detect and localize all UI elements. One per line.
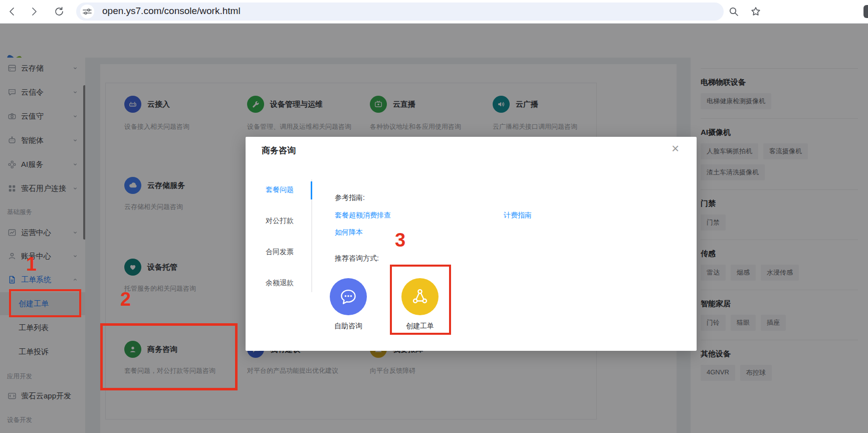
modal-title: 商务咨询	[262, 145, 296, 156]
annotation-step-3: 3	[395, 231, 405, 250]
active-tab-indicator	[311, 181, 312, 199]
modal-tab-套餐问题[interactable]: 套餐问题	[266, 185, 301, 194]
site-settings-icon[interactable]	[80, 5, 94, 19]
annotation-step-1: 1	[26, 255, 37, 274]
methods-label: 推荐咨询方式:	[335, 254, 379, 263]
back-icon[interactable]	[5, 5, 19, 19]
zoom-icon[interactable]	[727, 5, 741, 19]
guide-link-cost[interactable]: 如何降本	[335, 228, 363, 237]
url-text[interactable]: open.ys7.com/console/work.html	[102, 6, 241, 17]
annotation-box-create-ticket-menu	[9, 289, 81, 317]
guide-label: 参考指南:	[335, 193, 365, 202]
guide-link-overage[interactable]: 套餐超额消费排查	[335, 211, 391, 220]
annotation-box-create-ticket-method	[390, 265, 451, 335]
bookmark-star-icon[interactable]	[749, 5, 763, 19]
guide-link-billing[interactable]: 计费指南	[504, 211, 532, 220]
business-consult-modal: 商务咨询 × 套餐问题对公打款合同发票余额退款 参考指南: 套餐超额消费排查 计…	[246, 137, 697, 351]
annotation-step-2: 2	[120, 290, 131, 309]
modal-tab-余额退款[interactable]: 余额退款	[266, 279, 301, 288]
method-label-自助咨询[interactable]: 自助咨询	[318, 322, 378, 331]
modal-tab-合同发票[interactable]: 合同发票	[266, 248, 301, 257]
modal-tab-对公打款[interactable]: 对公打款	[266, 216, 301, 226]
method-chat-dots-button[interactable]	[330, 278, 367, 315]
close-icon[interactable]: ×	[672, 142, 679, 155]
profile-avatar-partial[interactable]	[863, 5, 868, 18]
reload-icon[interactable]	[52, 5, 66, 19]
browser-chrome: open.ys7.com/console/work.html	[0, 0, 868, 24]
annotation-box-business-card	[100, 323, 238, 390]
forward-icon[interactable]	[27, 5, 41, 19]
